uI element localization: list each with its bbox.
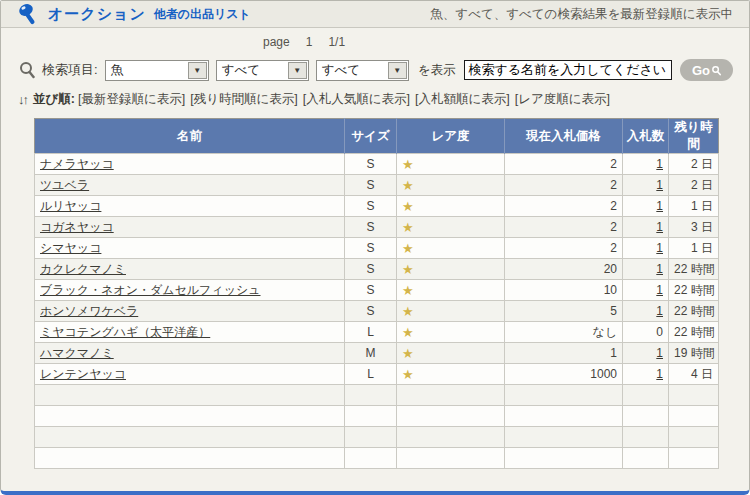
cell-time-left: 2 日 [669,154,719,175]
cell-empty [345,406,397,427]
item-name-link[interactable]: ナメラヤッコ [40,157,114,171]
cell-size: S [345,154,397,175]
cell-current-bid: 5 [505,301,623,322]
item-name-link[interactable]: ハマクマノミ [40,346,114,360]
sort-arrows-icon: ↓↑ [18,92,27,107]
cell-time-left: 1 日 [669,196,719,217]
bid-count-link[interactable]: 1 [656,220,663,234]
cell-empty [397,406,505,427]
search-input[interactable] [464,60,672,80]
item-name-link[interactable]: コガネヤッコ [40,220,114,234]
cell-rarity: ★ [397,301,505,322]
star-icon: ★ [402,241,414,256]
cell-bid-count: 1 [623,154,669,175]
cell-bid-count: 0 [623,322,669,343]
display-suffix-label: を表示 [418,62,456,79]
cell-name: ツユベラ [35,175,345,196]
cell-name: ミヤコテングハギ（太平洋産） [35,322,345,343]
bid-count-link[interactable]: 1 [656,283,663,297]
cell-size: S [345,196,397,217]
cell-size: M [345,343,397,364]
cell-size: S [345,217,397,238]
item-name-link[interactable]: カクレクマノミ [40,262,126,276]
cell-empty [669,406,719,427]
table-row: ミヤコテングハギ（太平洋産）L★なし022 時間 [35,322,719,343]
chevron-down-icon[interactable]: ▼ [388,62,407,79]
table-row: ルリヤッコS★211 日 [35,196,719,217]
search-bar: 検索項目: 魚 ▼ すべて ▼ すべて ▼ を表示 Go [18,58,749,82]
cell-empty [669,385,719,406]
table-row: シマヤッコS★211 日 [35,238,719,259]
cell-bid-count: 1 [623,175,669,196]
cell-bid-count: 1 [623,280,669,301]
pagination-current: 1 [306,35,313,51]
star-icon: ★ [402,283,414,298]
item-name-link[interactable]: ルリヤッコ [40,199,101,213]
star-icon: ★ [402,367,414,382]
item-name-link[interactable]: ツユベラ [40,178,89,192]
cell-current-bid: 10 [505,280,623,301]
cell-time-left: 4 日 [669,364,719,385]
cell-bid-count: 1 [623,196,669,217]
cell-bid-count: 1 [623,238,669,259]
item-name-link[interactable]: レンテンヤッコ [40,367,126,381]
bid-count-link[interactable]: 1 [656,157,663,171]
cell-current-bid: 2 [505,154,623,175]
table-row-empty [35,406,719,427]
item-name-link[interactable]: ミヤコテングハギ（太平洋産） [40,325,210,339]
cell-empty [623,448,669,469]
cell-empty [397,448,505,469]
cell-time-left: 1 日 [669,238,719,259]
go-button[interactable]: Go [680,59,733,81]
header-bid-count: 入札数 [623,119,669,154]
search-dropdown-category[interactable]: 魚 ▼ [105,60,209,81]
search-icon [711,65,722,76]
table-row: コガネヤッコS★213 日 [35,217,719,238]
table-row: レンテンヤッコL★100014 日 [35,364,719,385]
page-title: オークション [48,5,146,24]
cell-empty [397,427,505,448]
header-time-left: 残り時間 [669,119,719,154]
sort-option-0[interactable]: [最新登録順に表示] [78,91,185,108]
header-rarity: レア度 [397,119,505,154]
bid-count-link[interactable]: 1 [656,346,663,360]
cell-empty [623,385,669,406]
cell-empty [505,385,623,406]
chevron-down-icon[interactable]: ▼ [188,62,207,79]
bid-count-link[interactable]: 1 [656,241,663,255]
star-icon: ★ [402,346,414,361]
cell-time-left: 22 時間 [669,259,719,280]
pagination: page 1 1/1 [1,35,749,51]
sort-option-4[interactable]: [レア度順に表示] [515,91,610,108]
bid-count-link[interactable]: 1 [656,178,663,192]
table-row: ブラック・ネオン・ダムセルフィッシュS★10122 時間 [35,280,719,301]
cell-time-left: 3 日 [669,217,719,238]
cell-empty [623,406,669,427]
bid-count-link[interactable]: 1 [656,304,663,318]
cell-current-bid: なし [505,322,623,343]
cell-time-left: 19 時間 [669,343,719,364]
cell-size: S [345,259,397,280]
search-dropdown-filter-1[interactable]: すべて ▼ [216,60,309,81]
cell-current-bid: 1 [505,343,623,364]
sort-bar: ↓↑ 並び順: [最新登録順に表示][残り時間順に表示][入札人気順に表示][入… [18,91,749,108]
bid-count-link[interactable]: 1 [656,262,663,276]
cell-empty [505,406,623,427]
bid-count-link[interactable]: 1 [656,199,663,213]
item-name-link[interactable]: シマヤッコ [40,241,101,255]
item-name-link[interactable]: ホンソメワケベラ [40,304,138,318]
sort-option-3[interactable]: [入札額順に表示] [415,91,510,108]
search-dropdown-filter-2[interactable]: すべて ▼ [316,60,409,81]
sort-option-2[interactable]: [入札人気順に表示] [303,91,410,108]
bid-count-link[interactable]: 1 [656,367,663,381]
cell-name: コガネヤッコ [35,217,345,238]
titlebar: オークション 他者の出品リスト 魚、すべて、すべての検索結果を最新登録順に表示中 [1,1,749,28]
sort-option-1[interactable]: [残り時間順に表示] [190,91,298,108]
item-name-link[interactable]: ブラック・ネオン・ダムセルフィッシュ [40,283,261,297]
cell-empty [345,448,397,469]
cell-name: ルリヤッコ [35,196,345,217]
cell-size: L [345,364,397,385]
pagination-total: 1/1 [328,35,345,51]
chevron-down-icon[interactable]: ▼ [288,62,307,79]
cell-current-bid: 2 [505,217,623,238]
